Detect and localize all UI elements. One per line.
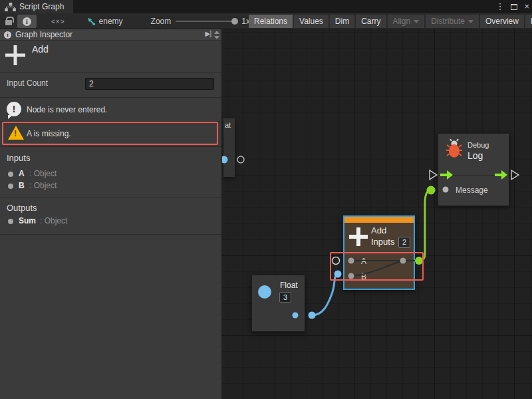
port-dot bbox=[8, 219, 13, 224]
zoom-slider-handle[interactable] bbox=[231, 18, 238, 25]
output-row-sum: Sum : Object bbox=[0, 216, 221, 228]
inputs-header: Inputs bbox=[7, 153, 30, 163]
carry-toggle[interactable]: Carry bbox=[356, 15, 386, 28]
port-type: : Object bbox=[29, 181, 57, 190]
empty-port-ring bbox=[237, 156, 244, 163]
graph-ref-label: enemy bbox=[99, 17, 123, 26]
graph-pointer-icon bbox=[86, 17, 96, 26]
debug-log-node[interactable]: Debug Log Message bbox=[438, 133, 509, 206]
close-icon[interactable]: × bbox=[524, 0, 529, 13]
chevron-down-icon bbox=[414, 20, 419, 23]
zoom-label: Zoom bbox=[151, 17, 172, 26]
graph-breadcrumb[interactable]: enemy bbox=[86, 17, 123, 26]
wire-add-to-debug bbox=[419, 190, 431, 261]
maximize-icon[interactable] bbox=[511, 4, 517, 10]
overview-button[interactable]: Overview bbox=[480, 15, 524, 28]
align-dropdown[interactable]: Align bbox=[388, 15, 425, 28]
lock-icon bbox=[5, 20, 12, 25]
float-node-title: Float bbox=[280, 281, 298, 290]
divider bbox=[0, 234, 221, 235]
divider bbox=[0, 97, 221, 98]
fullscreen-button[interactable]: Full Screen bbox=[525, 15, 532, 28]
panel-spinner[interactable] bbox=[214, 31, 219, 39]
wire-start-dot bbox=[309, 312, 316, 319]
warning-icon bbox=[8, 126, 24, 140]
add-input-count-badge: 2 bbox=[398, 237, 410, 248]
script-graph-window: Script Graph ⋮ × i <×> enemy Zoom bbox=[0, 0, 532, 399]
info-bubble-icon: ! bbox=[7, 102, 21, 116]
debug-node-title-1: Debug bbox=[467, 141, 489, 149]
float-value-field[interactable]: 3 bbox=[279, 292, 291, 303]
values-toggle[interactable]: Values bbox=[294, 15, 329, 28]
tab-script-graph[interactable]: Script Graph bbox=[0, 0, 73, 13]
error-highlight-box bbox=[330, 252, 424, 281]
float-node[interactable]: Float 3 bbox=[251, 275, 305, 332]
node-accent-bar bbox=[344, 217, 414, 223]
wires-overlay bbox=[222, 29, 532, 399]
bug-icon bbox=[446, 139, 462, 159]
port-name: B bbox=[19, 181, 25, 190]
port-dot bbox=[8, 184, 13, 189]
add-node-title-1: Add bbox=[371, 225, 386, 235]
partial-node-label: at bbox=[225, 121, 231, 129]
graph-hierarchy-icon bbox=[5, 3, 16, 11]
flow-out-triangle bbox=[511, 170, 519, 180]
graph-inspector-panel: i Graph Inspector ▶] Add Input Count ! N… bbox=[0, 29, 222, 399]
info-icon: i bbox=[23, 17, 31, 26]
distribute-dropdown[interactable]: Distribute bbox=[426, 15, 479, 28]
flow-in-triangle bbox=[430, 170, 437, 180]
port-type: : Object bbox=[29, 169, 57, 178]
divider bbox=[0, 146, 221, 147]
chevron-down-icon bbox=[468, 20, 473, 23]
code-icon: <×> bbox=[51, 18, 65, 25]
port-name: Sum bbox=[19, 216, 36, 225]
zoom-slider[interactable] bbox=[176, 21, 237, 22]
add-node-title-2: Inputs bbox=[371, 237, 394, 247]
input-row-a: A : Object bbox=[0, 169, 221, 181]
dim-toggle[interactable]: Dim bbox=[330, 15, 354, 28]
input-row-b: B : Object bbox=[0, 181, 221, 193]
partial-node[interactable]: at bbox=[223, 118, 235, 177]
info-message: Node is never entered. bbox=[27, 105, 107, 114]
lock-button[interactable] bbox=[0, 15, 17, 28]
input-count-label: Input Count bbox=[7, 78, 48, 88]
inspected-node-title: Add bbox=[32, 44, 49, 55]
relations-toggle[interactable]: Relations bbox=[249, 15, 293, 28]
inspector-title: Graph Inspector bbox=[15, 30, 72, 39]
window-menu-icon[interactable]: ⋮ bbox=[495, 0, 504, 13]
divider bbox=[0, 197, 221, 198]
toolbar: i <×> enemy Zoom 1x Relations Values Dim… bbox=[0, 13, 532, 29]
float-type-icon bbox=[258, 285, 271, 299]
debug-node-title-2: Log bbox=[467, 150, 483, 161]
info-icon: i bbox=[4, 31, 11, 39]
port-name: A bbox=[19, 169, 25, 178]
graph-canvas[interactable]: at Float 3 Add Inputs 2 A B bbox=[222, 29, 532, 399]
title-bar: Script Graph ⋮ × bbox=[0, 0, 532, 13]
port-type: : Object bbox=[40, 216, 67, 225]
message-port-label: Message bbox=[456, 186, 488, 195]
inspector-toggle-button[interactable]: i bbox=[17, 15, 37, 28]
input-count-field[interactable] bbox=[85, 78, 214, 90]
edit-code-button[interactable]: <×> bbox=[46, 15, 70, 28]
debug-wire-end-dot bbox=[427, 186, 436, 195]
plus-icon bbox=[349, 227, 368, 246]
port-dot bbox=[8, 172, 13, 177]
tab-label: Script Graph bbox=[19, 2, 64, 11]
chevron-down-icon bbox=[214, 36, 219, 39]
outputs-header: Outputs bbox=[7, 203, 37, 213]
warning-message: A is missing. bbox=[27, 129, 71, 138]
chevron-up-icon bbox=[214, 31, 219, 34]
dock-icon[interactable]: ▶] bbox=[205, 30, 211, 37]
node-divider bbox=[438, 175, 509, 176]
plus-icon bbox=[5, 45, 25, 65]
divider bbox=[0, 72, 221, 73]
inspector-header[interactable]: i Graph Inspector ▶] bbox=[0, 29, 221, 41]
